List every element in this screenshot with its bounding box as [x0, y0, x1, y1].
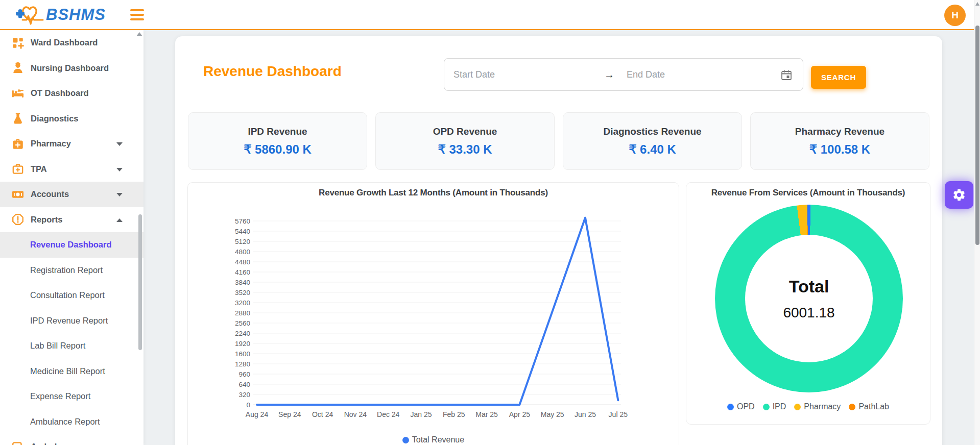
brand-heart-pulse-icon — [15, 3, 44, 27]
diagnostics-icon — [11, 112, 25, 125]
sidebar-item-label: Diagnostics — [31, 114, 79, 123]
submenu-item-revenue-dashboard[interactable]: Revenue Dashboard — [0, 232, 144, 258]
ward-dashboard-icon — [11, 36, 25, 50]
sidebar-partial-item: Ambulance — [0, 434, 144, 445]
y-axis-tick-label: 0 — [246, 401, 250, 409]
line-chart-legend: Total Revenue — [188, 435, 679, 444]
sidebar-item-ot-dashboard[interactable]: OT Dashboard — [0, 81, 144, 106]
stat-card-value: ₹ 5860.90 K — [244, 142, 312, 157]
sidebar-item-label: Reports — [31, 215, 62, 225]
y-axis-tick-label: 1920 — [235, 340, 250, 348]
legend-entry-pharmacy[interactable]: Pharmacy — [794, 402, 841, 411]
donut-total-value: 6001.18 — [783, 305, 834, 321]
legend-label: PathLab — [858, 402, 889, 411]
date-range-arrow-icon: → — [604, 69, 627, 81]
brand-logo[interactable]: BSHMS — [15, 3, 106, 27]
sidebar-item-nursing-dashboard[interactable]: Nursing Dashboard — [0, 56, 144, 81]
submenu-item-ambulance-report[interactable]: Ambulance Report — [0, 409, 144, 435]
y-axis-tick-label: 4480 — [235, 258, 250, 266]
line-chart: 0320640960128016001920224025602880320035… — [188, 183, 680, 428]
y-axis-tick-label: 960 — [238, 370, 250, 378]
x-axis-tick-label: Aug 24 — [246, 410, 269, 418]
legend-entry-total-revenue[interactable]: Total Revenue — [402, 435, 464, 444]
settings-button[interactable] — [945, 181, 973, 209]
submenu-item-ipd-revenue-report[interactable]: IPD Revenue Report — [0, 308, 144, 334]
x-axis-tick-label: Jan 25 — [410, 410, 432, 418]
x-axis-tick-label: Feb 25 — [443, 410, 465, 418]
y-axis-tick-label: 4800 — [235, 248, 250, 256]
sidebar-item-tpa[interactable]: TPA — [0, 157, 144, 182]
start-date-input[interactable]: Start Date — [453, 69, 604, 80]
donut-chart-card: Revenue From Services (Amount in Thousan… — [686, 182, 930, 425]
submenu-item-lab-bill-report[interactable]: Lab Bill Report — [0, 333, 144, 359]
donut-chart: Total 6001.18 — [715, 205, 903, 392]
legend-entry-ipd[interactable]: IPD — [763, 402, 786, 411]
x-axis-tick-label: Sep 24 — [278, 410, 301, 418]
page-title: Revenue Dashboard — [203, 63, 342, 80]
y-axis-tick-label: 2240 — [235, 330, 250, 337]
y-axis-tick-label: 3520 — [235, 289, 250, 296]
x-axis-tick-label: Nov 24 — [344, 410, 367, 418]
end-date-input[interactable]: End Date — [627, 69, 764, 80]
legend-entry-opd[interactable]: OPD — [727, 402, 755, 411]
page-scrollbar[interactable] — [974, 0, 980, 445]
submenu-item-registration-report[interactable]: Registration Report — [0, 258, 144, 283]
sidebar-item-label: Accounts — [31, 189, 69, 199]
legend-dot-icon — [794, 404, 801, 410]
x-axis-tick-label: Oct 24 — [312, 410, 333, 418]
stat-card-ipd: IPD Revenue₹ 5860.90 K — [188, 112, 367, 170]
sidebar-item-pharmacy[interactable]: Pharmacy — [0, 131, 144, 157]
stat-card-label: Diagnostics Revenue — [603, 126, 701, 137]
sidebar-item-label: Ward Dashboard — [31, 38, 98, 47]
sidebar-item-ward-dashboard[interactable]: Ward Dashboard — [0, 30, 144, 56]
brand-name: BSHMS — [46, 6, 106, 24]
submenu-item-expense-report[interactable]: Expense Report — [0, 384, 144, 409]
y-axis-tick-label: 1600 — [235, 350, 250, 358]
tpa-icon — [11, 162, 25, 176]
y-axis-tick-label: 3200 — [235, 299, 250, 307]
stat-card-label: OPD Revenue — [433, 126, 497, 137]
sidebar-scrollbar-thumb[interactable] — [138, 214, 142, 350]
stats-row: IPD Revenue₹ 5860.90 KOPD Revenue₹ 33.30… — [175, 112, 942, 170]
sidebar-scroll-up-icon[interactable] — [136, 32, 142, 36]
date-range-picker[interactable]: Start Date → End Date — [444, 58, 803, 91]
x-axis-tick-label: Jun 25 — [575, 410, 596, 418]
y-axis-tick-label: 5120 — [235, 238, 250, 245]
legend-entry-pathlab[interactable]: PathLab — [849, 402, 889, 411]
legend-dot-icon — [763, 404, 770, 410]
y-axis-tick-label: 2560 — [235, 319, 250, 327]
sidebar-item-reports[interactable]: Reports — [0, 207, 144, 233]
y-axis-tick-label: 640 — [238, 381, 250, 388]
x-axis-tick-label: Mar 25 — [475, 410, 498, 418]
user-avatar[interactable]: H — [944, 5, 966, 26]
x-axis-tick-label: Apr 25 — [509, 410, 530, 418]
sidebar-item-diagnostics[interactable]: Diagnostics — [0, 106, 144, 132]
stat-card-pharmacy: Pharmacy Revenue₹ 100.58 K — [750, 112, 929, 170]
x-axis-tick-label: May 25 — [541, 410, 564, 418]
y-axis-tick-label: 320 — [238, 391, 250, 399]
calendar-icon[interactable] — [780, 69, 793, 81]
stat-card-value: ₹ 100.58 K — [809, 142, 870, 157]
line-chart-card: 0320640960128016001920224025602880320035… — [187, 182, 679, 445]
menu-toggle-button[interactable] — [130, 9, 144, 20]
legend-label: OPD — [737, 402, 755, 411]
sidebar-item-accounts[interactable]: Accounts — [0, 182, 144, 207]
legend-label: IPD — [773, 402, 786, 411]
page-scrollbar-thumb[interactable] — [975, 26, 979, 245]
search-button[interactable]: SEARCH — [811, 66, 866, 89]
submenu-item-medicine-bill-report[interactable]: Medicine Bill Report — [0, 359, 144, 384]
sidebar-nav: Ward DashboardNursing DashboardOT Dashbo… — [0, 30, 144, 232]
pharmacy-icon — [11, 137, 25, 151]
submenu-item-consultation-report[interactable]: Consultation Report — [0, 283, 144, 308]
gear-icon — [952, 188, 966, 202]
nursing-dashboard-icon — [11, 61, 25, 75]
stat-card-value: ₹ 33.30 K — [438, 142, 492, 157]
page-scroll-up-icon[interactable] — [975, 2, 979, 6]
reports-icon — [11, 213, 25, 226]
sidebar-item-label: TPA — [31, 164, 47, 174]
chevron-down-icon — [116, 193, 123, 196]
stat-card-label: Pharmacy Revenue — [795, 126, 885, 137]
y-axis-tick-label: 5760 — [235, 217, 250, 225]
x-axis-tick-label: Jul 25 — [609, 410, 628, 418]
sidebar-item-ambulance[interactable]: Ambulance — [0, 434, 144, 445]
